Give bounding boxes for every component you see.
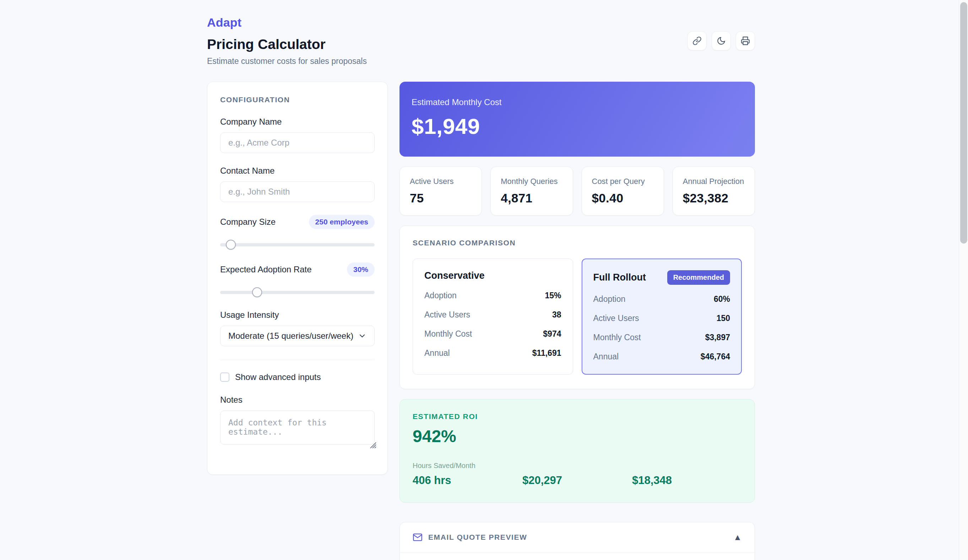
stat-label: Monthly Queries: [501, 177, 562, 186]
roi-metric-value-saved: $20,297: [522, 474, 632, 487]
dark-mode-button[interactable]: [712, 31, 731, 50]
page-container: Adapt Pricing Calculator Estimate custom…: [207, 0, 755, 560]
scenario-comparison-title: SCENARIO COMPARISON: [413, 239, 742, 247]
stat-label: Cost per Query: [592, 177, 654, 186]
resize-grip-icon[interactable]: [368, 440, 377, 449]
usage-intensity-field-group: Usage Intensity Moderate (15 queries/use…: [220, 310, 375, 346]
page-scrollbar[interactable]: [959, 0, 968, 560]
recommended-badge: Recommended: [667, 270, 730, 285]
roi-metric-label: Hours Saved/Month: [413, 462, 522, 470]
company-name-label: Company Name: [220, 117, 375, 127]
print-button[interactable]: [736, 31, 755, 50]
advanced-inputs-checkbox[interactable]: [220, 373, 229, 382]
printer-icon: [741, 36, 750, 45]
usage-intensity-selected-value: Moderate (15 queries/user/week): [228, 331, 353, 341]
roi-metric-value: 406 hrs: [413, 474, 522, 487]
collapse-section-toggle[interactable]: ▲: [733, 533, 742, 542]
metric-value: 38: [552, 310, 562, 320]
contact-name-input[interactable]: [220, 181, 375, 202]
scenario-card-conservative[interactable]: Conservative Adoption15% Active Users38 …: [413, 258, 573, 374]
configuration-section-title: CONFIGURATION: [220, 96, 375, 104]
metric-label: Active Users: [593, 313, 639, 323]
envelope-icon: [413, 532, 423, 542]
metric-label: Adoption: [593, 294, 626, 304]
toolbar: [688, 31, 755, 50]
stat-card-annual-projection: Annual Projection $23,382: [673, 167, 755, 215]
link-icon: [693, 36, 702, 45]
estimated-monthly-cost-card: Estimated Monthly Cost $1,949: [399, 82, 755, 157]
metric-value: $974: [543, 329, 561, 339]
advanced-inputs-label: Show advanced inputs: [235, 372, 321, 382]
page-title: Pricing Calculator: [207, 36, 755, 52]
estimated-monthly-cost-label: Estimated Monthly Cost: [411, 97, 741, 107]
estimated-monthly-cost-value: $1,949: [411, 114, 741, 139]
metric-value: $11,691: [532, 348, 562, 358]
notes-label: Notes: [220, 395, 375, 405]
metric-label: Adoption: [424, 291, 457, 300]
metric-value: 60%: [714, 294, 730, 304]
company-name-input[interactable]: [220, 133, 375, 153]
moon-icon: [717, 36, 726, 45]
roi-metric-value: $20,297: [522, 474, 632, 487]
email-quote-preview-title: EMAIL QUOTE PREVIEW: [428, 533, 527, 542]
stat-label: Annual Projection: [683, 177, 745, 186]
estimated-roi-title: ESTIMATED ROI: [413, 412, 742, 421]
stat-value: 4,871: [501, 191, 562, 205]
notes-field-group: Notes: [220, 395, 375, 446]
company-size-slider-thumb[interactable]: [226, 240, 236, 250]
stat-card-cost-per-query: Cost per Query $0.40: [582, 167, 664, 215]
scenario-comparison-card: SCENARIO COMPARISON Conservative Adoptio…: [399, 225, 755, 389]
company-name-field-group: Company Name: [220, 117, 375, 153]
metric-value: $3,897: [705, 333, 730, 342]
company-size-label: Company Size: [220, 217, 275, 227]
page-subtitle: Estimate customer costs for sales propos…: [207, 56, 755, 66]
stat-card-monthly-queries: Monthly Queries 4,871: [491, 167, 573, 215]
metric-value: $46,764: [701, 352, 730, 361]
adoption-rate-field-group: Expected Adoption Rate 30%: [220, 262, 375, 297]
stats-row: Active Users 75 Monthly Queries 4,871 Co…: [399, 167, 755, 215]
usage-intensity-label: Usage Intensity: [220, 310, 375, 320]
stat-value: $0.40: [592, 191, 654, 205]
scenario-name: Full Rollout: [593, 272, 646, 283]
adoption-rate-label: Expected Adoption Rate: [220, 265, 312, 275]
company-size-badge: 250 employees: [309, 215, 375, 229]
slider-track: [220, 291, 375, 294]
chevron-down-icon: [358, 332, 366, 340]
company-size-field-group: Company Size 250 employees: [220, 215, 375, 250]
usage-intensity-select[interactable]: Moderate (15 queries/user/week): [220, 326, 375, 346]
metric-label: Annual: [424, 348, 450, 358]
estimated-roi-value: 942%: [413, 426, 742, 446]
metric-label: Monthly Cost: [593, 333, 641, 342]
configuration-panel: CONFIGURATION Company Name Contact Name …: [207, 82, 388, 560]
brand-logo: Adapt: [207, 16, 755, 30]
scenario-card-full-rollout[interactable]: Full Rollout Recommended Adoption60% Act…: [582, 258, 742, 374]
metric-value: 15%: [545, 291, 561, 300]
slider-track: [220, 243, 375, 247]
metric-label: Annual: [593, 352, 619, 361]
stat-value: 75: [410, 191, 472, 205]
adoption-rate-slider[interactable]: [220, 287, 375, 297]
adoption-rate-badge: 30%: [347, 262, 375, 277]
notes-textarea[interactable]: [220, 411, 375, 445]
email-quote-preview-card: EMAIL QUOTE PREVIEW ▲ To Subject Hi,: [399, 522, 755, 560]
metric-label: Monthly Cost: [424, 329, 472, 339]
results-column: Estimated Monthly Cost $1,949 Active Use…: [399, 82, 755, 560]
adoption-rate-slider-thumb[interactable]: [252, 287, 262, 297]
stat-label: Active Users: [410, 177, 472, 186]
copy-link-button[interactable]: [688, 31, 707, 50]
estimated-roi-card: ESTIMATED ROI 942% Hours Saved/Month 406…: [399, 399, 755, 503]
page-scrollbar-thumb[interactable]: [960, 2, 967, 244]
contact-name-label: Contact Name: [220, 166, 375, 176]
header: Adapt Pricing Calculator Estimate custom…: [207, 16, 755, 66]
scenario-name: Conservative: [424, 270, 485, 281]
stat-value: $23,382: [683, 191, 745, 205]
roi-metric-value: $18,348: [632, 474, 742, 487]
roi-metric-net-benefit: $18,348: [632, 474, 742, 487]
contact-name-field-group: Contact Name: [220, 166, 375, 202]
metric-label: Active Users: [424, 310, 470, 320]
company-size-slider[interactable]: [220, 240, 375, 250]
metric-value: 150: [717, 313, 730, 323]
stat-card-active-users: Active Users 75: [399, 167, 482, 215]
roi-metric-hours-saved: Hours Saved/Month 406 hrs: [413, 462, 522, 487]
advanced-inputs-toggle[interactable]: Show advanced inputs: [220, 372, 375, 382]
